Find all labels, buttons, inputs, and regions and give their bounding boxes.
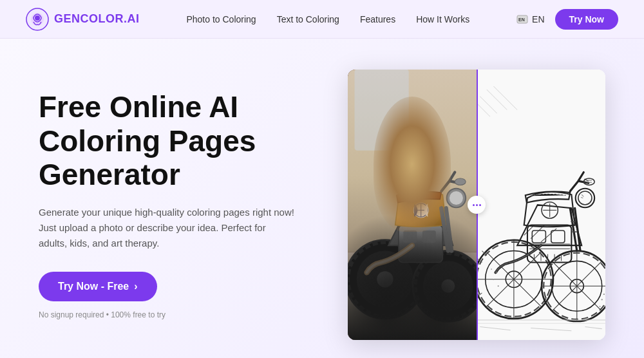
svg-point-21 <box>455 178 466 185</box>
logo-icon <box>26 8 49 31</box>
photo-side <box>348 70 477 340</box>
logo-text: GENCOLOR.AI <box>54 12 140 26</box>
svg-point-13 <box>423 261 473 311</box>
svg-point-10 <box>377 271 393 287</box>
dot-1 <box>473 204 475 206</box>
nav-item-how[interactable]: How It Works <box>416 14 469 25</box>
coloring-side <box>477 70 605 340</box>
hero-image <box>348 70 605 340</box>
svg-point-2 <box>35 15 40 21</box>
hero-title-line3: Generator <box>39 158 180 191</box>
divider-handle[interactable] <box>468 196 486 214</box>
handle-dots <box>473 204 481 206</box>
hero-title: Free Online AI Coloring Pages Generator <box>39 90 322 193</box>
svg-point-14 <box>441 279 455 293</box>
try-now-nav-button[interactable]: Try Now <box>555 9 618 30</box>
navbar: GENCOLOR.AI Photo to Coloring Text to Co… <box>0 0 644 39</box>
globe-icon: EN <box>516 14 528 25</box>
svg-point-78 <box>603 294 605 295</box>
nav-item-photo[interactable]: Photo to Coloring <box>186 14 256 25</box>
svg-point-24 <box>447 189 466 207</box>
nav-link-features[interactable]: Features <box>360 14 395 24</box>
svg-point-73 <box>493 279 494 280</box>
svg-point-72 <box>497 272 498 273</box>
nav-item-features[interactable]: Features <box>360 14 395 25</box>
no-signup-text: No signup required • 100% free to try <box>39 310 322 319</box>
svg-point-12 <box>413 251 477 321</box>
svg-point-19 <box>413 202 429 218</box>
svg-rect-6 <box>348 252 477 340</box>
arrow-icon: › <box>134 281 137 292</box>
nav-link-photo[interactable]: Photo to Coloring <box>186 14 256 24</box>
photo-svg <box>348 70 477 340</box>
hero-title-line2: Coloring Pages <box>39 124 256 158</box>
svg-point-9 <box>357 251 413 308</box>
try-now-free-button[interactable]: Try Now - Free › <box>39 272 157 301</box>
svg-point-75 <box>491 268 492 270</box>
svg-text:EN: EN <box>518 17 525 22</box>
dot-2 <box>476 204 478 206</box>
nav-item-text[interactable]: Text to Coloring <box>277 14 339 25</box>
logo[interactable]: GENCOLOR.AI <box>26 8 140 31</box>
svg-point-11 <box>348 242 422 317</box>
svg-point-76 <box>601 299 603 300</box>
svg-line-22 <box>441 208 448 250</box>
svg-rect-18 <box>422 231 436 243</box>
hero-section: Free Online AI Coloring Pages Generator … <box>0 39 644 358</box>
nav-link-how[interactable]: How It Works <box>416 14 469 24</box>
hero-title-line1: Free Online AI <box>39 90 238 124</box>
svg-rect-7 <box>355 70 409 151</box>
hero-content: Free Online AI Coloring Pages Generator … <box>39 90 348 320</box>
coloring-svg <box>477 70 605 340</box>
nav-link-text[interactable]: Text to Coloring <box>277 14 339 24</box>
hero-subtitle: Generate your unique high-quality colori… <box>39 205 296 251</box>
svg-point-25 <box>450 191 463 205</box>
svg-rect-17 <box>403 231 417 243</box>
language-label: EN <box>532 14 544 24</box>
svg-point-8 <box>348 240 424 319</box>
nav-right: EN EN Try Now <box>516 9 618 30</box>
svg-point-74 <box>498 285 499 287</box>
dot-3 <box>479 204 481 206</box>
nav-links: Photo to Coloring Text to Coloring Featu… <box>186 14 469 25</box>
svg-point-20 <box>414 203 428 217</box>
try-now-free-label: Try Now - Free <box>58 281 129 292</box>
language-selector[interactable]: EN EN <box>516 14 544 25</box>
svg-point-15 <box>415 253 477 319</box>
motorcycle-photo <box>348 70 477 340</box>
svg-point-77 <box>600 306 601 307</box>
svg-rect-16 <box>399 225 442 263</box>
svg-line-23 <box>446 208 451 250</box>
